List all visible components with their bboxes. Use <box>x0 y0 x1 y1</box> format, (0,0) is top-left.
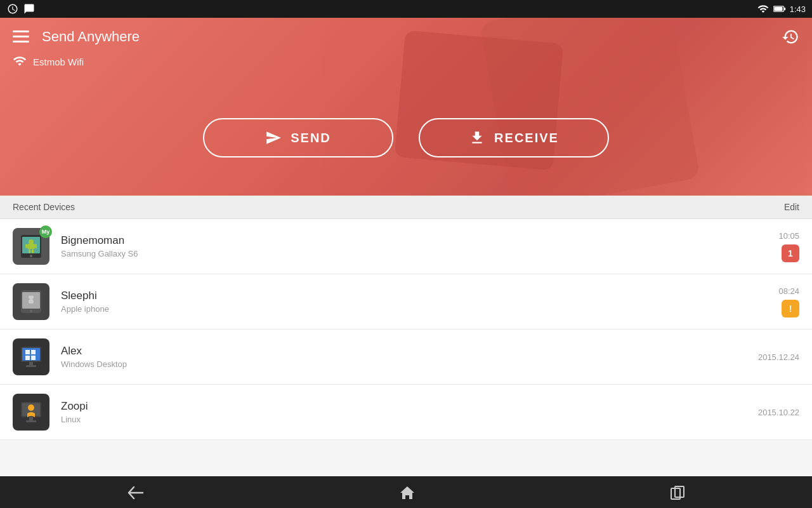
svg-point-17 <box>30 310 32 312</box>
device-info-bignemoman: Bignemoman Samsung Gallaxy S6 <box>61 234 778 258</box>
device-time: 2015.10.22 <box>758 408 799 417</box>
svg-rect-3 <box>13 30 29 32</box>
badge-bignemoman: 1 <box>782 244 799 262</box>
svg-rect-23 <box>31 356 36 360</box>
device-info-alex: Alex Windows Desktop <box>61 345 758 369</box>
device-row[interactable]: My Bignemoman Samsung Gallaxy S6 10:05 1 <box>0 219 812 274</box>
chat-icon <box>23 3 36 15</box>
svg-rect-14 <box>32 249 34 253</box>
svg-point-8 <box>30 255 32 257</box>
history-icon[interactable] <box>782 28 799 46</box>
menu-icon[interactable] <box>13 30 29 43</box>
svg-point-9 <box>29 239 34 244</box>
svg-rect-29 <box>29 417 33 420</box>
receive-button[interactable]: RECEIVE <box>419 118 609 157</box>
device-row[interactable]: Zoopi Linux 2015.10.22 <box>0 385 812 440</box>
device-time: 10:05 <box>778 231 799 241</box>
back-button[interactable] <box>128 484 144 500</box>
badge-sleephi: ! <box>782 300 799 318</box>
device-info-sleephi: Sleephi Apple iphone <box>61 290 778 314</box>
svg-rect-10 <box>27 244 35 249</box>
status-bar: 1:43 <box>0 0 812 18</box>
receive-label: RECEIVE <box>494 131 559 145</box>
svg-rect-11 <box>25 244 27 248</box>
device-name: Bignemoman <box>61 234 778 247</box>
device-avatar-sleephi <box>13 283 49 320</box>
wifi-label: Estmob Wifi <box>33 57 84 67</box>
recents-button[interactable] <box>671 484 684 500</box>
svg-rect-2 <box>774 7 782 11</box>
send-button[interactable]: SEND <box>203 118 393 157</box>
device-name: Zoopi <box>61 400 758 413</box>
wifi-bar: Estmob Wifi <box>0 56 812 67</box>
svg-rect-24 <box>29 362 33 365</box>
device-type: Windows Desktop <box>61 359 758 369</box>
edit-button[interactable]: Edit <box>784 202 799 212</box>
device-row[interactable]: Alex Windows Desktop 2015.12.24 <box>0 330 812 385</box>
device-name: Sleephi <box>61 290 778 302</box>
device-info-zoopi: Zoopi Linux <box>61 400 758 424</box>
svg-rect-4 <box>13 36 29 37</box>
device-list: My Bignemoman Samsung Gallaxy S6 10:05 1… <box>0 219 812 440</box>
device-avatar-zoopi <box>13 394 49 431</box>
header: Send Anywhere Estmob Wifi SEND RECEIVE <box>0 18 812 196</box>
action-buttons: SEND RECEIVE <box>0 80 812 196</box>
device-meta-sleephi: 08:24 ! <box>778 286 799 318</box>
battery-icon <box>773 3 786 15</box>
device-meta-zoopi: 2015.10.22 <box>758 408 799 417</box>
device-type: Apple iphone <box>61 304 778 314</box>
device-meta-bignemoman: 10:05 1 <box>778 231 799 262</box>
svg-point-28 <box>28 404 34 411</box>
device-time: 08:24 <box>778 286 799 296</box>
svg-rect-22 <box>25 356 30 360</box>
device-type: Samsung Gallaxy S6 <box>61 249 778 258</box>
home-button[interactable] <box>399 484 416 500</box>
app-title: Send Anywhere <box>42 29 140 45</box>
device-meta-alex: 2015.12.24 <box>758 352 799 362</box>
bottom-nav <box>0 476 812 508</box>
recent-devices-header: Recent Devices Edit <box>0 196 812 219</box>
device-time: 2015.12.24 <box>758 352 799 362</box>
status-right: 1:43 <box>757 3 806 15</box>
header-top: Send Anywhere <box>0 18 812 56</box>
device-type: Linux <box>61 415 758 424</box>
wifi-status-icon <box>757 3 769 15</box>
svg-rect-5 <box>13 41 29 43</box>
alarm-icon <box>6 3 19 15</box>
svg-rect-21 <box>31 350 36 354</box>
svg-rect-1 <box>783 8 785 10</box>
recent-label: Recent Devices <box>13 202 75 212</box>
svg-rect-30 <box>26 420 36 422</box>
svg-rect-25 <box>26 365 36 367</box>
device-name: Alex <box>61 345 758 358</box>
device-avatar-bignemoman: My <box>13 228 49 265</box>
svg-rect-20 <box>25 350 30 354</box>
svg-rect-13 <box>29 249 30 253</box>
send-label: SEND <box>291 131 331 145</box>
device-row[interactable]: Sleephi Apple iphone 08:24 ! <box>0 274 812 330</box>
status-time: 1:43 <box>790 4 806 14</box>
svg-rect-12 <box>35 244 37 248</box>
device-avatar-alex <box>13 338 49 375</box>
